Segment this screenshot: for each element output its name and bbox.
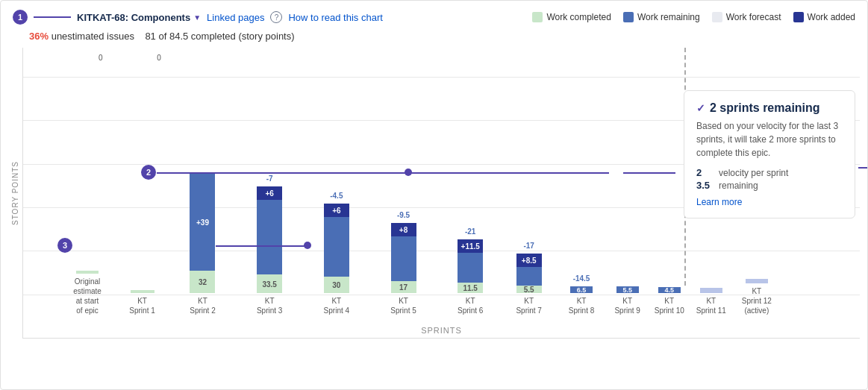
info-stat-remaining: 3.5 remaining xyxy=(696,180,843,191)
bar-s4-remaining xyxy=(324,217,349,277)
bar-s11-forecast xyxy=(700,288,722,293)
bar-sprint12-stack xyxy=(746,279,768,283)
annotation-line-2 xyxy=(157,172,608,174)
bar-s2-remaining-label: +39 xyxy=(190,218,215,227)
linked-pages-link[interactable]: Linked pages xyxy=(207,12,264,23)
bar-s7-c-label: 5.5 xyxy=(516,286,542,294)
bar-sprint7-stack: 5.5 +8.5 xyxy=(516,254,542,293)
legend-swatch-completed xyxy=(532,12,543,22)
check-icon: ✓ xyxy=(696,102,705,114)
how-to-link[interactable]: How to read this chart xyxy=(288,12,382,23)
sprint-label-10: KTSprint 10 xyxy=(655,296,684,315)
help-icon[interactable]: ? xyxy=(270,11,282,23)
sub-header: 36% unestimated issues 81 of 84.5 comple… xyxy=(1,29,867,48)
main-container: 1 KITKAT-68: Components ▼ Linked pages ?… xyxy=(0,0,868,390)
bar-s4-completed: 30 xyxy=(324,277,349,293)
bar-sprint6-wrap: -21 11.5 +11.5 xyxy=(458,239,483,293)
bar-sprint5-wrap: -9.5 17 +8 xyxy=(391,223,416,293)
bar-sprint4-stack: 30 +6 xyxy=(324,204,349,293)
sprint-selector[interactable]: KITKAT-68: Components ▼ xyxy=(77,12,201,23)
sprint5-neg95: -9.5 xyxy=(397,211,410,219)
sprint-label-5: KTSprint 5 xyxy=(390,296,416,315)
sprint-label-6: KTSprint 6 xyxy=(458,296,483,315)
completed-label: 81 of 84.5 completed (story points) xyxy=(145,31,294,42)
bar-sprint5-stack: 17 +8 xyxy=(391,223,416,293)
legend-item-added: Work added xyxy=(793,12,855,22)
annotation-2: 2 xyxy=(141,165,156,180)
dropdown-arrow-icon: ▼ xyxy=(193,13,201,22)
bar-s8-remaining: 6.5 xyxy=(570,286,593,293)
info-box-title-text: 2 sprints remaining xyxy=(710,101,820,115)
legend-label-completed: Work completed xyxy=(546,12,611,22)
bar-s7-added: +8.5 xyxy=(516,254,542,267)
bar-s2-remaining: +39 xyxy=(190,174,215,271)
annotation-dot-3 xyxy=(304,242,311,249)
bar-sprint10: 4.5 KTSprint 10 xyxy=(651,287,688,315)
sprint-label-original: Originalestimateat startof epic xyxy=(73,277,102,315)
sprint4-neg45: -4.5 xyxy=(330,192,343,200)
remaining-label: remaining xyxy=(719,180,758,191)
legend-label-remaining: Work remaining xyxy=(637,12,700,22)
bar-s5-remaining xyxy=(391,236,416,281)
zero-label-1: 0 xyxy=(99,54,103,62)
bar-original: Originalestimateat startof epic xyxy=(65,271,110,315)
zero-label-2: 0 xyxy=(157,54,161,62)
sprint3-neg7: -7 xyxy=(266,174,273,183)
annotation-1: 1 xyxy=(13,10,28,25)
info-box: ✓ 2 sprints remaining Based on your velo… xyxy=(684,90,855,218)
bar-s2-completed: 32 xyxy=(190,271,215,293)
bar-original-completed xyxy=(76,271,99,274)
info-box-title: ✓ 2 sprints remaining xyxy=(696,101,843,115)
bar-s6-completed: 11.5 xyxy=(458,283,483,293)
bar-sprint10-stack: 4.5 xyxy=(658,287,681,293)
bar-s3-completed: 33.5 xyxy=(257,274,282,293)
sprint6-neg21: -21 xyxy=(465,227,475,236)
bar-s7-remaining xyxy=(516,267,542,286)
bar-sprint2-stack: 32 +39 xyxy=(190,174,215,293)
bar-sprint1: KTSprint 1 xyxy=(124,290,161,315)
annotation-line-3 xyxy=(216,245,305,247)
bar-sprint6-stack: 11.5 +11.5 xyxy=(458,239,483,293)
bar-s4-c-label: 30 xyxy=(324,281,349,289)
bar-s3-added: +6 xyxy=(257,186,282,200)
bar-s6-c-label: 11.5 xyxy=(458,284,483,292)
sprint-label-3: KTSprint 3 xyxy=(257,296,282,315)
annotation-line-5 xyxy=(858,167,868,169)
unestimated-label: unestimated issues xyxy=(51,31,134,42)
bar-sprint11: KTSprint 11 xyxy=(693,288,730,315)
velocity-num: 2 xyxy=(696,167,714,178)
bar-sprint3-wrap: -7 33.5 +6 xyxy=(257,186,282,293)
sprint-label-8: KTSprint 8 xyxy=(569,296,594,315)
bar-s10-r-label: 4.5 xyxy=(658,286,681,294)
sprint-label-4: KTSprint 4 xyxy=(324,296,349,315)
bar-s9-remaining: 5.5 xyxy=(616,286,639,293)
bar-s5-added-label: +8 xyxy=(391,226,416,234)
bar-sprint3: -7 33.5 +6 KTSprint 3 xyxy=(249,186,290,315)
bar-s7-completed: 5.5 xyxy=(516,286,542,293)
legend-swatch-forecast xyxy=(712,12,722,22)
bar-s3-c-label: 33.5 xyxy=(257,280,282,288)
learn-more-link[interactable]: Learn more xyxy=(696,197,843,207)
x-axis-label: SPRINTS xyxy=(23,326,860,335)
bar-s5-added: +8 xyxy=(391,223,416,236)
bar-sprint1-stack xyxy=(131,290,154,293)
sprint-label-11: KTSprint 11 xyxy=(696,296,726,315)
bar-sprint8: -14.5 6.5 KTSprint 8 xyxy=(563,286,600,315)
legend-label-forecast: Work forecast xyxy=(726,12,781,22)
info-box-desc: Based on your velocity for the last 3 sp… xyxy=(696,119,843,160)
bar-sprint7-wrap: -17 5.5 +8.5 xyxy=(516,254,542,293)
legend-item-forecast: Work forecast xyxy=(712,12,781,22)
bar-s10-remaining: 4.5 xyxy=(658,287,681,293)
bar-sprint3-stack: 33.5 +6 xyxy=(257,186,282,293)
y-axis-label: STORY POINTS xyxy=(8,48,22,339)
sprint-label-7: KTSprint 7 xyxy=(516,296,541,315)
velocity-label: velocity per sprint xyxy=(719,168,788,178)
sprint-label-1: KTSprint 1 xyxy=(129,296,154,315)
bar-sprint4: -4.5 30 +6 KTSprint 4 xyxy=(316,204,357,315)
bar-sprint7: -17 5.5 +8.5 KTSprint 7 xyxy=(508,254,549,315)
sprint-label-9: KTSprint 9 xyxy=(614,296,640,315)
bar-s5-c-label: 17 xyxy=(391,283,416,292)
bar-s2-completed-label: 32 xyxy=(190,278,215,286)
bar-s6-remaining xyxy=(458,253,483,283)
unestimated-pct: 36% xyxy=(29,31,49,42)
